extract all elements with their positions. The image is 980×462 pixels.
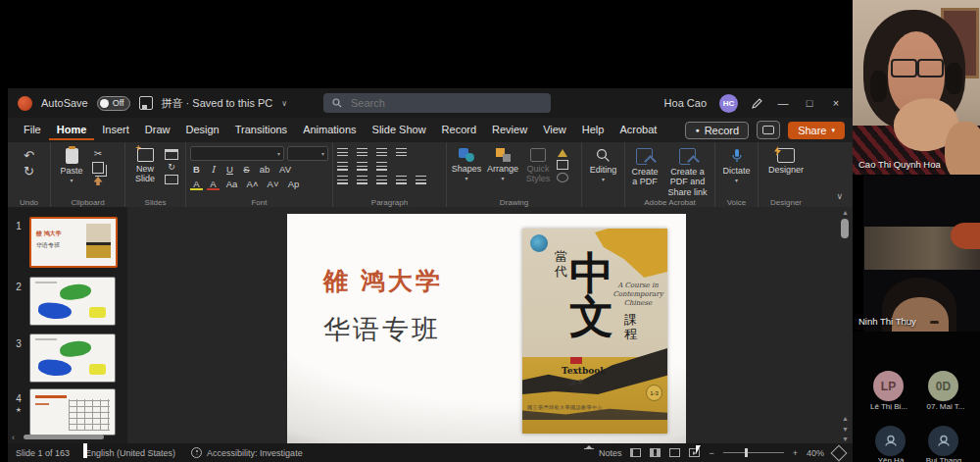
menu-tab-design[interactable]: Design [177, 120, 226, 140]
dictate-button[interactable]: Dictate ▾ [719, 146, 754, 184]
zoom-slider[interactable] [723, 452, 784, 453]
maximize-button[interactable]: □ [803, 97, 816, 109]
thumbnail-scroll-left-icon[interactable]: ‹ [12, 433, 15, 442]
slide-2-thumbnail[interactable] [29, 277, 116, 326]
arrange-button[interactable]: Arrange ▾ [486, 146, 519, 182]
underline-button[interactable]: U [223, 164, 236, 176]
section-icon[interactable] [165, 175, 178, 184]
vertical-scrollbar[interactable]: ▲ ▲ ▼ ▼ [840, 207, 851, 443]
justify-icon[interactable] [396, 176, 407, 184]
copy-icon[interactable] [92, 162, 104, 174]
zoom-out-button[interactable]: − [709, 448, 713, 458]
save-icon[interactable] [139, 96, 153, 110]
reset-icon[interactable]: ↻ [168, 163, 175, 172]
record-button[interactable]: ● Record [685, 122, 749, 139]
font-size-combo[interactable]: ▾ [287, 146, 328, 161]
slide-title-line1[interactable]: 雒 鸿大学 [323, 265, 443, 297]
undo-icon[interactable]: ↶ [24, 149, 34, 162]
shape-outline-icon[interactable] [557, 160, 568, 170]
align-center-icon[interactable] [357, 176, 368, 184]
account-name[interactable]: Hoa Cao [664, 97, 707, 109]
menu-tab-draw[interactable]: Draw [137, 120, 178, 140]
format-painter-icon[interactable] [94, 177, 103, 185]
designer-button[interactable]: Designer [763, 146, 808, 175]
align-right-icon[interactable] [376, 176, 387, 184]
book-cover-image[interactable]: 當代 中文 課程 A Course in Contemporary Chines… [522, 229, 667, 434]
autosave-toggle[interactable]: Off [97, 96, 130, 111]
create-pdf-share-button[interactable]: Create a PDF and Share link [664, 146, 710, 197]
bullets-icon[interactable] [337, 148, 348, 157]
change-case-button[interactable]: Aa [223, 179, 240, 190]
font-name-combo[interactable]: ▾ [190, 146, 284, 161]
menu-tab-acrobat[interactable]: Acrobat [612, 120, 664, 140]
zoom-slider-thumb[interactable] [745, 448, 748, 457]
indent-more-icon[interactable] [376, 148, 387, 157]
scrollbar-thumb[interactable] [841, 219, 849, 238]
align-left-icon[interactable] [337, 176, 348, 184]
shape-effects-icon[interactable] [557, 173, 568, 182]
minimize-button[interactable]: — [776, 97, 790, 109]
comments-button[interactable] [757, 121, 780, 139]
shapes-button[interactable]: Shapes ▾ [451, 146, 482, 182]
avatar[interactable]: HC [719, 94, 738, 113]
participant-5-avatar[interactable] [875, 426, 906, 456]
menu-tab-file[interactable]: File [16, 120, 49, 140]
line-spacing-icon[interactable] [396, 148, 407, 157]
quick-styles-button[interactable]: Quick Styles [523, 146, 553, 184]
menu-tab-animations[interactable]: Animations [295, 120, 364, 140]
close-button[interactable]: × [829, 97, 843, 109]
participant-6-avatar[interactable] [928, 426, 958, 456]
slide-canvas[interactable]: 雒 鸿大学 华语专班 當代 中文 課程 A Course in Contempo… [287, 214, 686, 443]
cut-icon[interactable]: ✂ [94, 149, 102, 159]
reading-view-button[interactable] [669, 448, 680, 457]
slide-1-thumbnail[interactable]: 雒 鸿大学 华语专班 [29, 217, 118, 268]
slide-counter[interactable]: Slide 1 of 163 [16, 448, 70, 458]
slide-4-thumbnail[interactable] [29, 388, 116, 436]
scroll-up-icon[interactable]: ▲ [840, 209, 851, 216]
fit-slide-button[interactable] [831, 444, 848, 461]
indent-less-icon[interactable] [337, 162, 348, 171]
text-direction-icon[interactable] [357, 162, 368, 171]
powerpoint-icon[interactable] [18, 96, 32, 111]
thumbnail-horizontal-scrollbar[interactable] [24, 435, 104, 439]
strikethrough-button[interactable]: S [240, 164, 253, 176]
normal-view-button[interactable] [630, 448, 641, 457]
menu-tab-slide-show[interactable]: Slide Show [365, 120, 434, 140]
zoom-in-button[interactable]: + [793, 448, 798, 458]
menu-tab-home[interactable]: Home [49, 120, 95, 140]
editing-button[interactable]: Editing ▾ [586, 146, 620, 183]
new-slide-button[interactable]: New Slide [129, 146, 161, 184]
participant-3-avatar[interactable]: LP [873, 371, 904, 401]
grow-font-button[interactable]: A˄ [244, 179, 261, 190]
collapse-ribbon-icon[interactable]: ∨ [836, 191, 843, 201]
participant-video-1[interactable]: Cao Thi Quynh Hoa [853, 0, 980, 175]
font-color-button[interactable]: A [207, 179, 220, 190]
slide-3-thumbnail[interactable] [29, 334, 116, 383]
highlight-button[interactable]: A [190, 179, 203, 190]
redo-icon[interactable]: ↻ [24, 165, 34, 178]
paste-button[interactable]: Paste ▾ [55, 146, 88, 184]
slide-title-line2[interactable]: 华语专班 [323, 312, 441, 347]
shape-fill-icon[interactable] [558, 149, 567, 157]
previous-slide-icon[interactable]: ▲ [840, 415, 851, 422]
share-button[interactable]: Share ▾ [788, 122, 845, 139]
menu-tab-record[interactable]: Record [434, 120, 484, 140]
numbering-icon[interactable] [357, 148, 368, 157]
align-text-icon[interactable] [376, 162, 387, 171]
menu-tab-insert[interactable]: Insert [94, 120, 137, 140]
search-input[interactable] [349, 96, 510, 110]
menu-tab-view[interactable]: View [535, 120, 574, 140]
language-status[interactable]: English (United States) [85, 448, 175, 458]
columns-icon[interactable] [416, 176, 426, 184]
layout-icon[interactable] [165, 149, 178, 160]
pen-icon[interactable] [751, 97, 763, 110]
slide-sorter-view-button[interactable] [650, 448, 661, 457]
shrink-font-button[interactable]: A˅ [265, 179, 281, 190]
next-slide2-icon[interactable]: ▼ [840, 436, 851, 442]
bold-button[interactable]: B [190, 164, 203, 176]
participant-video-2[interactable]: Ninh Thi Thuy [853, 176, 980, 332]
italic-button[interactable]: I [207, 164, 220, 176]
chevron-down-icon[interactable]: ∨ [281, 99, 287, 108]
menu-tab-transitions[interactable]: Transitions [227, 120, 295, 140]
menu-tab-help[interactable]: Help [574, 120, 612, 140]
